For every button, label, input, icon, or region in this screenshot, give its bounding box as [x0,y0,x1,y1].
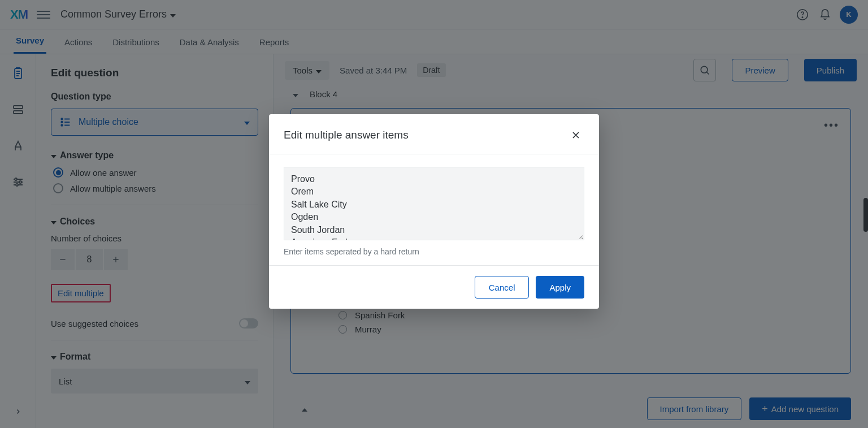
cancel-button[interactable]: Cancel [475,276,530,299]
items-textarea[interactable] [284,167,584,240]
edit-multiple-modal: Edit multiple answer items Enter items s… [269,114,599,309]
modal-hint: Enter items seperated by a hard return [284,247,584,256]
modal-title: Edit multiple answer items [284,129,409,141]
modal-close-button[interactable] [567,127,584,144]
close-icon [570,129,581,141]
modal-overlay[interactable]: Edit multiple answer items Enter items s… [0,0,868,428]
apply-button[interactable]: Apply [536,276,584,299]
